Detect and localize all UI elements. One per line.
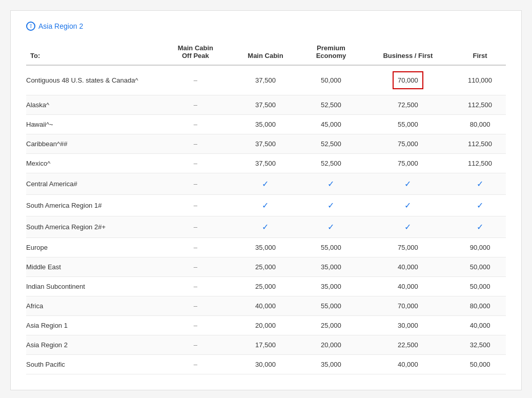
dash-icon: –: [194, 160, 197, 167]
destination-cell: Mexico^: [26, 153, 160, 173]
main-cabin-cell: 17,500: [231, 335, 301, 354]
destination-cell: South America Region 2#+: [26, 216, 160, 237]
header-to: To:: [26, 39, 160, 65]
table-row: South America Region 1#–✓✓✓✓: [26, 194, 506, 216]
premium-economy-cell: 20,000: [300, 335, 361, 354]
header-business-first: Business / First: [362, 39, 455, 65]
business-first-cell: 55,000: [362, 114, 455, 134]
off-peak-cell: –: [160, 173, 231, 194]
table-header-row: To: Main CabinOff Peak Main Cabin Premiu…: [26, 39, 506, 65]
checkmark-icon: ✓: [328, 223, 334, 231]
off-peak-cell: –: [160, 315, 231, 335]
table-row: Asia Region 2–17,50020,00022,50032,500: [26, 335, 506, 354]
dash-icon: –: [194, 244, 197, 251]
checkmark-icon: ✓: [328, 201, 334, 210]
first-cell: ✓: [454, 216, 506, 237]
off-peak-cell: –: [160, 354, 231, 374]
main-cabin-cell: 37,500: [231, 134, 301, 153]
dash-icon: –: [194, 341, 197, 349]
header-premium-economy: PremiumEconomy: [300, 39, 361, 65]
main-cabin-cell: 37,500: [231, 65, 301, 95]
off-peak-cell: –: [160, 65, 231, 95]
first-cell: 80,000: [454, 114, 506, 134]
premium-economy-cell: 35,000: [300, 354, 361, 374]
table-row: Alaska^–37,50052,50072,500112,500: [26, 95, 506, 114]
main-cabin-cell: 25,000: [231, 276, 301, 296]
business-first-cell: ✓: [362, 194, 455, 216]
first-cell: 90,000: [454, 237, 506, 257]
checkmark-icon: ✓: [477, 223, 483, 231]
checkmark-icon: ✓: [328, 180, 334, 188]
premium-economy-cell: 35,000: [300, 257, 361, 276]
off-peak-cell: –: [160, 237, 231, 257]
first-cell: 50,000: [454, 354, 506, 374]
off-peak-cell: –: [160, 134, 231, 153]
checkmark-icon: ✓: [262, 201, 269, 210]
destination-cell: Asia Region 1: [26, 315, 160, 335]
business-first-cell: 40,000: [362, 276, 455, 296]
dash-icon: –: [194, 361, 197, 368]
main-cabin-cell: ✓: [231, 194, 301, 216]
premium-economy-cell: 55,000: [300, 237, 361, 257]
dash-icon: –: [194, 121, 197, 128]
business-first-cell: 40,000: [362, 354, 455, 374]
destination-cell: Central America#: [26, 173, 160, 194]
table-row: Africa–40,00055,00070,00080,000: [26, 296, 506, 315]
first-cell: 40,000: [454, 315, 506, 335]
off-peak-cell: –: [160, 153, 231, 173]
dash-icon: –: [194, 101, 197, 109]
first-cell: ✓: [454, 173, 506, 194]
main-container: ⇧ Asia Region 2 To: Main CabinOff Peak M…: [10, 10, 522, 390]
off-peak-cell: –: [160, 257, 231, 276]
off-peak-cell: –: [160, 216, 231, 237]
off-peak-cell: –: [160, 296, 231, 315]
business-first-cell: 75,000: [362, 237, 455, 257]
main-cabin-cell: 35,000: [231, 114, 301, 134]
header-main-cabin: Main Cabin: [231, 39, 301, 65]
destination-cell: South Pacific: [26, 354, 160, 374]
business-first-cell: ✓: [362, 173, 455, 194]
premium-economy-cell: ✓: [300, 194, 361, 216]
main-cabin-cell: 37,500: [231, 153, 301, 173]
destination-cell: Alaska^: [26, 95, 160, 114]
checkmark-icon: ✓: [477, 201, 483, 210]
premium-economy-cell: 45,000: [300, 114, 361, 134]
premium-economy-cell: 50,000: [300, 65, 361, 95]
region-link[interactable]: ⇧ Asia Region 2: [26, 22, 83, 31]
off-peak-cell: –: [160, 114, 231, 134]
premium-economy-cell: ✓: [300, 216, 361, 237]
premium-economy-cell: 52,500: [300, 95, 361, 114]
off-peak-cell: –: [160, 335, 231, 354]
premium-economy-cell: ✓: [300, 173, 361, 194]
dash-icon: –: [194, 283, 197, 290]
header-main-cabin-off-peak: Main CabinOff Peak: [160, 39, 231, 65]
dash-icon: –: [194, 202, 197, 209]
dash-icon: –: [194, 76, 197, 84]
main-cabin-cell: ✓: [231, 216, 301, 237]
business-first-cell: 70,000: [362, 296, 455, 315]
destination-cell: South America Region 1#: [26, 194, 160, 216]
header-first: First: [454, 39, 506, 65]
dash-icon: –: [194, 263, 197, 271]
dash-icon: –: [194, 302, 197, 310]
main-cabin-cell: 30,000: [231, 354, 301, 374]
main-cabin-cell: 35,000: [231, 237, 301, 257]
off-peak-cell: –: [160, 194, 231, 216]
first-cell: 32,500: [454, 335, 506, 354]
first-cell: 112,500: [454, 134, 506, 153]
table-row: South Pacific–30,00035,00040,00050,000: [26, 354, 506, 374]
checkmark-icon: ✓: [262, 180, 269, 188]
dash-icon: –: [194, 223, 197, 231]
table-row: Mexico^–37,50052,50075,000112,500: [26, 153, 506, 173]
premium-economy-cell: 35,000: [300, 276, 361, 296]
business-first-cell: 70,000: [362, 65, 455, 95]
destination-cell: Hawaii^~: [26, 114, 160, 134]
table-row: Caribbean^##–37,50052,50075,000112,500: [26, 134, 506, 153]
table-row: Indian Subcontinent–25,00035,00040,00050…: [26, 276, 506, 296]
main-cabin-cell: 25,000: [231, 257, 301, 276]
highlighted-value: 70,000: [393, 71, 423, 89]
destination-cell: Contiguous 48 U.S. states & Canada^: [26, 65, 160, 95]
premium-economy-cell: 52,500: [300, 134, 361, 153]
off-peak-cell: –: [160, 276, 231, 296]
destination-cell: Asia Region 2: [26, 335, 160, 354]
